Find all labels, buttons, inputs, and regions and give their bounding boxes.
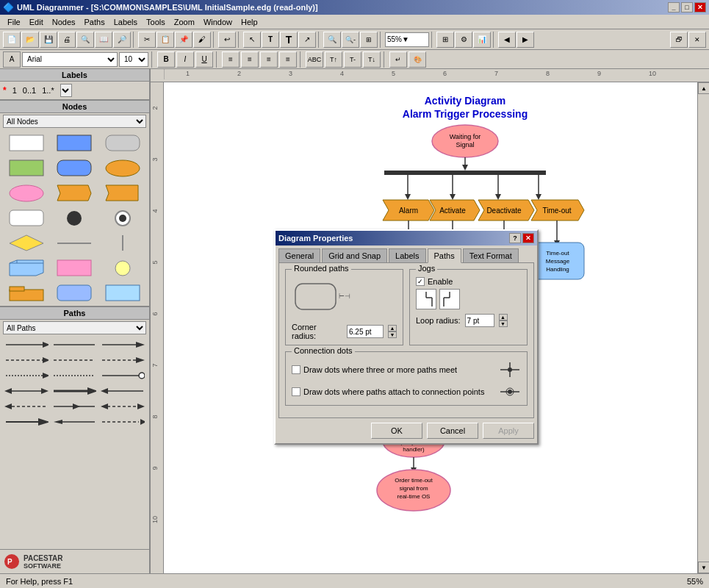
subwin-restore[interactable]: 🗗 bbox=[670, 32, 688, 48]
zoom-dropdown[interactable]: 55% ▼ bbox=[385, 32, 429, 47]
menu-tools[interactable]: Tools bbox=[142, 16, 170, 28]
apply-button[interactable]: Apply bbox=[483, 423, 534, 439]
node-white-rounded[interactable] bbox=[3, 206, 50, 229]
node-folder[interactable] bbox=[3, 281, 50, 304]
zoom-out-button[interactable]: 🔍- bbox=[342, 32, 359, 48]
titlebar-controls[interactable]: _ □ ✕ bbox=[668, 2, 706, 12]
ok-button[interactable]: OK bbox=[371, 423, 422, 439]
node-orange-oval[interactable] bbox=[99, 156, 146, 179]
menu-window[interactable]: Window bbox=[199, 16, 237, 28]
font-size-select[interactable]: 10 bbox=[119, 52, 148, 67]
enable-checkbox[interactable]: ✓ bbox=[416, 277, 425, 286]
tab-grid-snap[interactable]: Grid and Snap bbox=[322, 248, 387, 262]
path-dashed2[interactable] bbox=[51, 353, 98, 368]
tab-paths[interactable]: Paths bbox=[428, 248, 461, 263]
txt-above[interactable]: T↑ bbox=[325, 51, 342, 68]
bold-button[interactable]: B bbox=[157, 51, 175, 68]
back-button[interactable]: ◀ bbox=[498, 32, 516, 48]
align-left[interactable]: ≡ bbox=[222, 51, 240, 68]
subwin-close[interactable]: ✕ bbox=[688, 32, 706, 48]
italic-button[interactable]: I bbox=[176, 51, 194, 68]
path-mid-arrow[interactable] bbox=[51, 399, 98, 414]
path-dotted2[interactable] bbox=[51, 368, 98, 383]
node-orange-chevron[interactable] bbox=[51, 181, 98, 204]
path-rev-dbl[interactable] bbox=[99, 399, 146, 414]
path-dotted[interactable] bbox=[3, 368, 50, 383]
loop-radius-input[interactable] bbox=[465, 314, 494, 327]
node-circle-ring[interactable] bbox=[99, 206, 146, 229]
menu-file[interactable]: File bbox=[3, 16, 25, 28]
menu-labels[interactable]: Labels bbox=[109, 16, 142, 28]
node-yellow-circle[interactable] bbox=[99, 256, 146, 279]
node-line[interactable] bbox=[51, 231, 98, 254]
undo-button[interactable]: ↩ bbox=[218, 32, 236, 48]
loop-radius-down[interactable]: ▼ bbox=[499, 320, 508, 327]
color-btn[interactable]: 🎨 bbox=[409, 51, 426, 68]
find-button[interactable]: 🔎 bbox=[113, 32, 131, 48]
save-button[interactable]: 💾 bbox=[40, 32, 57, 48]
diagram-canvas[interactable]: Activity Diagram Alarm Trigger Processin… bbox=[164, 82, 697, 573]
zoom-in-button[interactable]: 🔍 bbox=[323, 32, 341, 48]
forward-button[interactable]: ▶ bbox=[517, 32, 534, 48]
node-blue-rounded2[interactable] bbox=[51, 281, 98, 304]
node-gray-rounded[interactable] bbox=[99, 131, 146, 154]
menu-edit[interactable]: Edit bbox=[25, 16, 48, 28]
paths-category-select[interactable]: All Paths bbox=[3, 321, 146, 334]
path-rev-arrow[interactable] bbox=[99, 384, 146, 398]
path-dashed-arrow[interactable] bbox=[99, 353, 146, 368]
paste-button[interactable]: 📌 bbox=[175, 32, 192, 48]
print-button[interactable]: 🖨 bbox=[58, 32, 76, 48]
corner-radius-input[interactable] bbox=[347, 325, 384, 338]
loop-radius-up[interactable]: ▲ bbox=[499, 314, 508, 320]
path-circle-end[interactable] bbox=[99, 368, 146, 383]
node-plain-rect[interactable] bbox=[3, 131, 50, 154]
maximize-button[interactable]: □ bbox=[681, 2, 693, 12]
corner-radius-up[interactable]: ▲ bbox=[388, 325, 397, 331]
menu-paths[interactable]: Paths bbox=[80, 16, 109, 28]
path-dashed-rev[interactable] bbox=[99, 415, 146, 429]
txt-middle[interactable]: T- bbox=[344, 51, 361, 68]
align-just[interactable]: ≡ bbox=[279, 51, 297, 68]
zoom-fit-button[interactable]: ⊞ bbox=[360, 32, 378, 48]
minimize-button[interactable]: _ bbox=[668, 2, 680, 12]
format-icon[interactable]: A bbox=[3, 51, 21, 68]
node-pink-oval[interactable] bbox=[3, 181, 50, 204]
labels-dropdown[interactable]: ▼ bbox=[60, 84, 72, 97]
paintbrush-button[interactable]: 🖌 bbox=[193, 32, 211, 48]
node-3d-rect[interactable] bbox=[3, 256, 50, 279]
dialog-titlebar-controls[interactable]: ? ✕ bbox=[509, 233, 534, 243]
path-dashed[interactable] bbox=[3, 353, 50, 368]
node-pink-rect[interactable] bbox=[51, 256, 98, 279]
dots-checkbox-2[interactable] bbox=[292, 387, 300, 396]
corner-radius-spinner[interactable]: ▲ ▼ bbox=[388, 325, 397, 338]
path-solid-arrow[interactable] bbox=[99, 337, 146, 352]
underline-button[interactable]: U bbox=[195, 51, 213, 68]
loop-radius-spinner[interactable]: ▲ ▼ bbox=[499, 314, 508, 327]
pointer-button[interactable]: ↖ bbox=[243, 32, 261, 48]
layers-button[interactable]: 📊 bbox=[473, 32, 491, 48]
scroll-track-v[interactable] bbox=[698, 94, 709, 562]
path-button[interactable]: ↗ bbox=[298, 32, 316, 48]
open-button[interactable]: 📂 bbox=[21, 32, 39, 48]
wrap-btn[interactable]: ↵ bbox=[389, 51, 407, 68]
node-vert-line[interactable] bbox=[99, 231, 146, 254]
dialog-help-button[interactable]: ? bbox=[509, 233, 521, 243]
path-dbl-arrow[interactable] bbox=[3, 384, 50, 398]
scroll-down-button[interactable]: ▼ bbox=[698, 562, 709, 573]
cancel-button[interactable]: Cancel bbox=[427, 423, 478, 439]
path-small-rev[interactable] bbox=[51, 415, 98, 429]
node-orange-banner[interactable] bbox=[99, 181, 146, 204]
font-family-select[interactable]: Arial bbox=[22, 52, 118, 67]
align-right[interactable]: ≡ bbox=[260, 51, 278, 68]
txt-below[interactable]: T↓ bbox=[363, 51, 381, 68]
path-bold-arrow[interactable] bbox=[3, 415, 50, 429]
props-button[interactable]: ⚙ bbox=[455, 32, 472, 48]
close-button[interactable]: ✕ bbox=[694, 2, 706, 12]
new-button[interactable]: 📄 bbox=[3, 32, 21, 48]
scroll-up-button[interactable]: ▲ bbox=[698, 82, 709, 94]
grid-button[interactable]: ⊞ bbox=[436, 32, 454, 48]
node-diamond[interactable] bbox=[3, 231, 50, 254]
tab-labels[interactable]: Labels bbox=[389, 248, 425, 262]
dots-checkbox-1[interactable] bbox=[292, 365, 300, 374]
path-solid2[interactable] bbox=[51, 337, 98, 352]
